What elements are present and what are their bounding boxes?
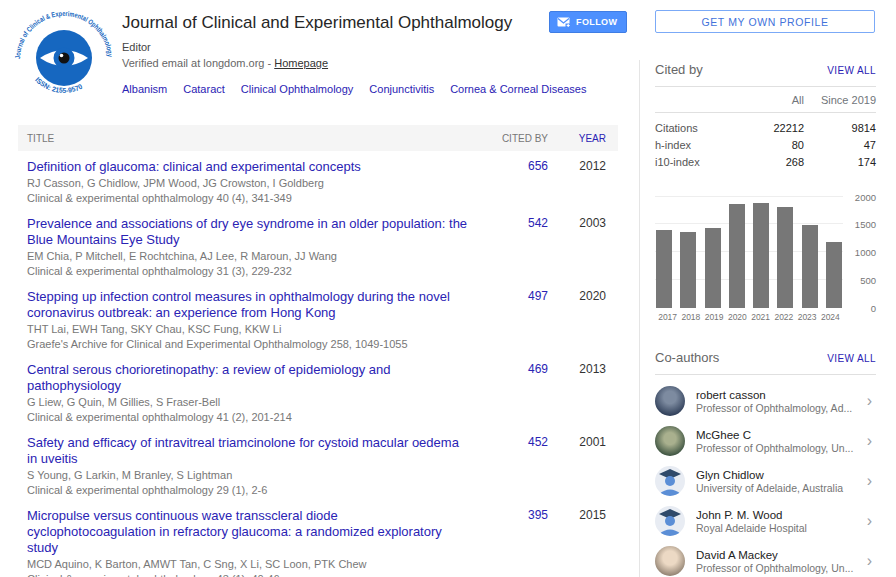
coauthor-name[interactable]: robert casson — [696, 389, 861, 401]
chevron-right-icon[interactable]: › — [861, 393, 876, 409]
chart-y-axis: 0 500 1000 1500 2000 — [847, 196, 876, 308]
paper-title-link[interactable]: Stepping up infection control measures i… — [27, 289, 468, 321]
x-tick: 2018 — [679, 312, 702, 322]
y-tick: 0 — [871, 303, 876, 314]
chevron-right-icon[interactable]: › — [861, 473, 876, 489]
paper-venue: Clinical & experimental ophthalmology 40… — [27, 192, 468, 205]
coauthor-affiliation: Professor of Ophthalmology, Un... — [696, 442, 861, 454]
x-tick: 2017 — [656, 312, 679, 322]
tag-conjunctivitis[interactable]: Conjunctivitis — [369, 83, 434, 95]
table-row: Safety and efficacy of intravitreal tria… — [18, 427, 618, 500]
coauthor-row[interactable]: McGhee C Professor of Ophthalmology, Un.… — [655, 421, 876, 461]
coauthor-affiliation: Professor of Ophthalmology, Ad... — [696, 402, 861, 414]
stat-row-citations: Citations 22212 9814 — [655, 119, 876, 136]
page-title: Journal of Clinical and Experimental Oph… — [122, 12, 542, 34]
paper-venue: Clinical & experimental ophthalmology 29… — [27, 484, 468, 497]
chevron-right-icon[interactable]: › — [861, 553, 876, 569]
y-tick: 500 — [860, 275, 876, 286]
coauthor-name[interactable]: John P. M. Wood — [696, 509, 861, 521]
paper-authors: G Liew, G Quin, M Gillies, S Fraser-Bell — [27, 396, 468, 409]
paper-venue: Graefe's Archive for Clinical and Experi… — [27, 338, 468, 351]
paper-year: 2001 — [548, 435, 618, 497]
topic-tags: AlbanismCataractClinical OphthalmologyCo… — [122, 79, 542, 97]
divider — [655, 112, 876, 113]
vertical-divider — [639, 60, 640, 577]
bar-2018[interactable] — [680, 232, 696, 308]
coauthor-name[interactable]: Glyn Chidlow — [696, 469, 861, 481]
tag-clinical-ophthalmology[interactable]: Clinical Ophthalmology — [241, 83, 354, 95]
coauthor-row[interactable]: John P. M. Wood Royal Adelaide Hospital … — [655, 501, 876, 541]
paper-authors: THT Lai, EWH Tang, SKY Chau, KSC Fung, K… — [27, 323, 468, 336]
paper-year: 2020 — [548, 289, 618, 351]
coauthor-row[interactable]: Glyn Chidlow University of Adelaide, Aus… — [655, 461, 876, 501]
table-row: Micropulse versus continuous wave transs… — [18, 500, 618, 577]
stats-col-since: Since 2019 — [804, 94, 876, 106]
column-header-year[interactable]: YEAR — [548, 133, 618, 144]
follow-button[interactable]: FOLLOW — [549, 11, 627, 33]
coauthors-view-all-link[interactable]: VIEW ALL — [827, 353, 876, 364]
stat-value-all: 22212 — [744, 122, 804, 134]
cited-by-count-link[interactable]: 542 — [486, 216, 548, 278]
bar-2020[interactable] — [729, 204, 745, 308]
bar-2021[interactable] — [753, 203, 769, 308]
y-tick: 1000 — [855, 247, 876, 258]
coauthors-heading: Co-authors — [655, 350, 719, 365]
coauthors-section: Co-authors VIEW ALL robert casson Profes… — [655, 350, 876, 577]
tag-albanism[interactable]: Albanism — [122, 83, 167, 95]
paper-title-link[interactable]: Definition of glaucoma: clinical and exp… — [27, 159, 468, 175]
stat-row-i10-index: i10-index 268 174 — [655, 153, 876, 170]
cited-by-count-link[interactable]: 395 — [486, 508, 548, 577]
bar-2022[interactable] — [777, 207, 793, 308]
chevron-right-icon[interactable]: › — [861, 513, 876, 529]
stat-value-all: 268 — [744, 156, 804, 168]
get-my-own-profile-button[interactable]: GET MY OWN PROFILE — [655, 10, 875, 33]
column-header-cited-by[interactable]: CITED BY — [486, 133, 548, 144]
stat-value-since: 9814 — [804, 122, 876, 134]
coauthor-name[interactable]: David A Mackey — [696, 549, 861, 561]
bar-2019[interactable] — [705, 228, 721, 308]
cited-by-view-all-link[interactable]: VIEW ALL — [827, 65, 876, 76]
column-header-title[interactable]: TITLE — [27, 133, 486, 144]
cited-by-count-link[interactable]: 452 — [486, 435, 548, 497]
cited-by-count-link[interactable]: 469 — [486, 362, 548, 424]
coauthor-row[interactable]: robert casson Professor of Ophthalmology… — [655, 381, 876, 421]
journal-logo: Journal of Clinical & Experimental Ophth… — [12, 4, 116, 108]
paper-venue: Clinical & experimental ophthalmology 43… — [27, 573, 468, 577]
tag-cornea-corneal-diseases[interactable]: Cornea & Corneal Diseases — [450, 83, 586, 95]
coauthor-avatar graduate-cap-icon — [655, 506, 685, 536]
paper-title-link[interactable]: Prevalence and associations of dry eye s… — [27, 216, 468, 248]
bar-2023[interactable] — [802, 225, 818, 308]
tag-cataract[interactable]: Cataract — [183, 83, 225, 95]
profile-header: Journal of Clinical and Experimental Oph… — [122, 12, 542, 97]
cited-by-section: Cited by VIEW ALL All Since 2019 Citatio… — [655, 62, 876, 322]
stat-label: Citations — [655, 122, 744, 134]
y-tick: 1500 — [855, 219, 876, 230]
bar-2024[interactable] — [826, 242, 842, 308]
paper-authors: EM Chia, P Mitchell, E Rochtchina, AJ Le… — [27, 250, 468, 263]
paper-year: 2003 — [548, 216, 618, 278]
follow-button-label: FOLLOW — [576, 17, 617, 27]
citations-bar-chart: 0 500 1000 1500 2000 2017 2018 2019 2020… — [655, 196, 876, 322]
publications-table: TITLE CITED BY YEAR Definition of glauco… — [18, 125, 618, 577]
table-row: Definition of glaucoma: clinical and exp… — [18, 151, 618, 208]
stats-col-all: All — [744, 94, 804, 106]
chevron-right-icon[interactable]: › — [861, 433, 876, 449]
coauthor-avatar — [655, 386, 685, 416]
paper-year: 2015 — [548, 508, 618, 577]
cited-by-count-link[interactable]: 497 — [486, 289, 548, 351]
paper-title-link[interactable]: Safety and efficacy of intravitreal tria… — [27, 435, 468, 467]
editor-role: Editor — [122, 41, 542, 53]
cited-by-count-link[interactable]: 656 — [486, 159, 548, 205]
paper-title-link[interactable]: Central serous chorioretinopathy: a revi… — [27, 362, 468, 394]
table-row: Central serous chorioretinopathy: a revi… — [18, 354, 618, 427]
stat-value-since: 174 — [804, 156, 876, 168]
coauthor-name[interactable]: McGhee C — [696, 429, 861, 441]
coauthor-row[interactable]: David A Mackey Professor of Ophthalmolog… — [655, 541, 876, 577]
bar-2017[interactable] — [656, 230, 672, 308]
verified-email-text: Verified email at longdom.org - — [122, 57, 274, 69]
homepage-link[interactable]: Homepage — [274, 57, 328, 69]
cited-by-heading: Cited by — [655, 62, 703, 77]
paper-title-link[interactable]: Micropulse versus continuous wave transs… — [27, 508, 468, 556]
table-row: Stepping up infection control measures i… — [18, 281, 618, 354]
envelope-plus-icon — [557, 17, 571, 28]
